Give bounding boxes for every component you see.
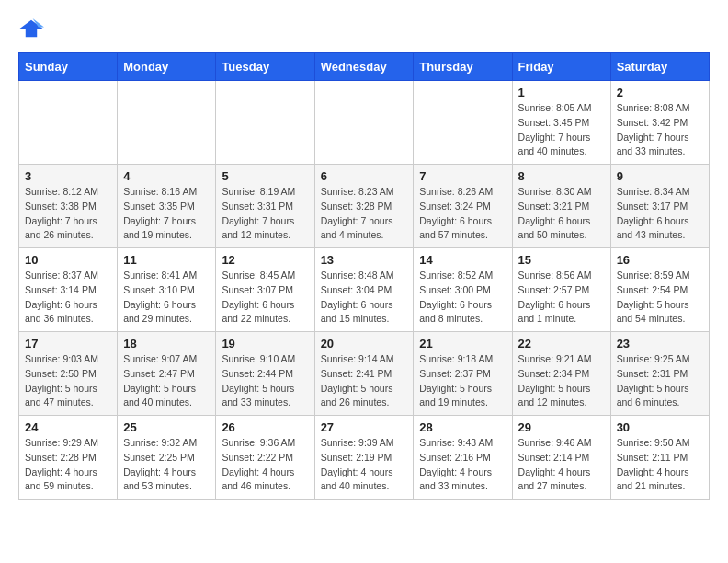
day-info: Sunrise: 9:29 AMSunset: 2:28 PMDaylight:… [25, 436, 111, 494]
calendar-cell: 20Sunrise: 9:14 AMSunset: 2:41 PMDayligh… [314, 332, 414, 416]
day-info: Sunrise: 8:26 AMSunset: 3:24 PMDaylight:… [419, 185, 506, 243]
day-number: 26 [222, 420, 308, 434]
header-sunday: Sunday [19, 53, 118, 81]
header-thursday: Thursday [414, 53, 512, 81]
day-number: 18 [123, 337, 210, 350]
calendar-cell: 19Sunrise: 9:10 AMSunset: 2:44 PMDayligh… [216, 332, 314, 416]
day-info: Sunrise: 9:39 AMSunset: 2:19 PMDaylight:… [321, 436, 408, 494]
calendar-cell [118, 81, 216, 165]
page-header [18, 18, 710, 39]
day-info: Sunrise: 8:34 AMSunset: 3:17 PMDaylight:… [617, 185, 703, 243]
calendar-cell: 23Sunrise: 9:25 AMSunset: 2:31 PMDayligh… [610, 332, 709, 416]
day-number: 4 [123, 169, 210, 183]
day-number: 2 [617, 86, 703, 99]
day-number: 25 [123, 420, 210, 434]
day-number: 3 [25, 169, 111, 183]
calendar-cell: 27Sunrise: 9:39 AMSunset: 2:19 PMDayligh… [314, 416, 414, 500]
day-number: 17 [25, 337, 111, 350]
day-number: 24 [25, 420, 111, 434]
header-friday: Friday [512, 53, 610, 81]
day-number: 28 [419, 420, 506, 434]
calendar-cell: 15Sunrise: 8:56 AMSunset: 2:57 PMDayligh… [512, 248, 610, 332]
day-info: Sunrise: 8:41 AMSunset: 3:10 PMDaylight:… [123, 269, 210, 327]
calendar-cell: 1Sunrise: 8:05 AMSunset: 3:45 PMDaylight… [512, 81, 610, 165]
day-info: Sunrise: 9:32 AMSunset: 2:25 PMDaylight:… [123, 436, 210, 494]
header-monday: Monday [118, 53, 216, 81]
calendar-cell: 7Sunrise: 8:26 AMSunset: 3:24 PMDaylight… [414, 165, 512, 248]
day-number: 21 [419, 337, 506, 350]
calendar-cell: 18Sunrise: 9:07 AMSunset: 2:47 PMDayligh… [118, 332, 216, 416]
day-info: Sunrise: 8:05 AMSunset: 3:45 PMDaylight:… [518, 101, 605, 159]
week-row-1: 3Sunrise: 8:12 AMSunset: 3:38 PMDaylight… [19, 165, 710, 248]
day-info: Sunrise: 8:16 AMSunset: 3:35 PMDaylight:… [123, 185, 210, 243]
day-number: 30 [617, 420, 703, 434]
day-number: 6 [321, 169, 408, 183]
day-number: 16 [617, 253, 703, 267]
day-info: Sunrise: 8:19 AMSunset: 3:31 PMDaylight:… [222, 185, 308, 243]
day-info: Sunrise: 9:50 AMSunset: 2:11 PMDaylight:… [617, 436, 703, 494]
calendar-cell: 29Sunrise: 9:46 AMSunset: 2:14 PMDayligh… [512, 416, 610, 500]
day-number: 8 [518, 169, 605, 183]
calendar-cell: 6Sunrise: 8:23 AMSunset: 3:28 PMDaylight… [314, 165, 414, 248]
day-number: 22 [518, 337, 605, 350]
logo [18, 18, 48, 39]
calendar-cell: 13Sunrise: 8:48 AMSunset: 3:04 PMDayligh… [314, 248, 414, 332]
calendar-cell: 21Sunrise: 9:18 AMSunset: 2:37 PMDayligh… [414, 332, 512, 416]
calendar-cell: 12Sunrise: 8:45 AMSunset: 3:07 PMDayligh… [216, 248, 314, 332]
calendar-cell: 4Sunrise: 8:16 AMSunset: 3:35 PMDaylight… [118, 165, 216, 248]
header-tuesday: Tuesday [216, 53, 314, 81]
day-number: 5 [222, 169, 308, 183]
week-row-4: 24Sunrise: 9:29 AMSunset: 2:28 PMDayligh… [19, 416, 710, 500]
day-info: Sunrise: 9:43 AMSunset: 2:16 PMDaylight:… [419, 436, 506, 494]
day-info: Sunrise: 8:23 AMSunset: 3:28 PMDaylight:… [321, 185, 408, 243]
week-row-2: 10Sunrise: 8:37 AMSunset: 3:14 PMDayligh… [19, 248, 710, 332]
calendar-cell: 2Sunrise: 8:08 AMSunset: 3:42 PMDaylight… [610, 81, 709, 165]
day-number: 12 [222, 253, 308, 267]
header-row: SundayMondayTuesdayWednesdayThursdayFrid… [19, 53, 710, 81]
calendar-cell: 17Sunrise: 9:03 AMSunset: 2:50 PMDayligh… [19, 332, 118, 416]
day-number: 15 [518, 253, 605, 267]
calendar-cell: 22Sunrise: 9:21 AMSunset: 2:34 PMDayligh… [512, 332, 610, 416]
calendar-cell: 16Sunrise: 8:59 AMSunset: 2:54 PMDayligh… [610, 248, 709, 332]
calendar-cell: 30Sunrise: 9:50 AMSunset: 2:11 PMDayligh… [610, 416, 709, 500]
day-info: Sunrise: 9:25 AMSunset: 2:31 PMDaylight:… [617, 352, 703, 410]
calendar-table: SundayMondayTuesdayWednesdayThursdayFrid… [18, 52, 710, 500]
day-number: 27 [321, 420, 408, 434]
day-number: 29 [518, 420, 605, 434]
day-info: Sunrise: 9:14 AMSunset: 2:41 PMDaylight:… [321, 352, 408, 410]
day-number: 10 [25, 253, 111, 267]
day-info: Sunrise: 9:46 AMSunset: 2:14 PMDaylight:… [518, 436, 605, 494]
day-info: Sunrise: 8:59 AMSunset: 2:54 PMDaylight:… [617, 269, 703, 327]
week-row-3: 17Sunrise: 9:03 AMSunset: 2:50 PMDayligh… [19, 332, 710, 416]
calendar-cell: 8Sunrise: 8:30 AMSunset: 3:21 PMDaylight… [512, 165, 610, 248]
calendar-cell: 3Sunrise: 8:12 AMSunset: 3:38 PMDaylight… [19, 165, 118, 248]
calendar-cell: 9Sunrise: 8:34 AMSunset: 3:17 PMDaylight… [610, 165, 709, 248]
calendar-cell: 25Sunrise: 9:32 AMSunset: 2:25 PMDayligh… [118, 416, 216, 500]
calendar-cell: 26Sunrise: 9:36 AMSunset: 2:22 PMDayligh… [216, 416, 314, 500]
header-wednesday: Wednesday [314, 53, 414, 81]
calendar-cell: 28Sunrise: 9:43 AMSunset: 2:16 PMDayligh… [414, 416, 512, 500]
day-info: Sunrise: 8:45 AMSunset: 3:07 PMDaylight:… [222, 269, 308, 327]
calendar-cell: 10Sunrise: 8:37 AMSunset: 3:14 PMDayligh… [19, 248, 118, 332]
day-info: Sunrise: 9:18 AMSunset: 2:37 PMDaylight:… [419, 352, 506, 410]
calendar-cell: 11Sunrise: 8:41 AMSunset: 3:10 PMDayligh… [118, 248, 216, 332]
calendar-cell: 24Sunrise: 9:29 AMSunset: 2:28 PMDayligh… [19, 416, 118, 500]
day-number: 9 [617, 169, 703, 183]
week-row-0: 1Sunrise: 8:05 AMSunset: 3:45 PMDaylight… [19, 81, 710, 165]
day-info: Sunrise: 9:36 AMSunset: 2:22 PMDaylight:… [222, 436, 308, 494]
day-number: 1 [518, 86, 605, 99]
calendar-cell [414, 81, 512, 165]
day-info: Sunrise: 8:56 AMSunset: 2:57 PMDaylight:… [518, 269, 605, 327]
day-number: 7 [419, 169, 506, 183]
day-info: Sunrise: 8:30 AMSunset: 3:21 PMDaylight:… [518, 185, 605, 243]
day-info: Sunrise: 8:08 AMSunset: 3:42 PMDaylight:… [617, 101, 703, 159]
day-number: 20 [321, 337, 408, 350]
calendar-cell [216, 81, 314, 165]
day-info: Sunrise: 8:52 AMSunset: 3:00 PMDaylight:… [419, 269, 506, 327]
calendar-cell: 14Sunrise: 8:52 AMSunset: 3:00 PMDayligh… [414, 248, 512, 332]
day-number: 13 [321, 253, 408, 267]
calendar-cell [19, 81, 118, 165]
calendar-cell [314, 81, 414, 165]
logo-icon [18, 18, 44, 39]
day-info: Sunrise: 8:12 AMSunset: 3:38 PMDaylight:… [25, 185, 111, 243]
